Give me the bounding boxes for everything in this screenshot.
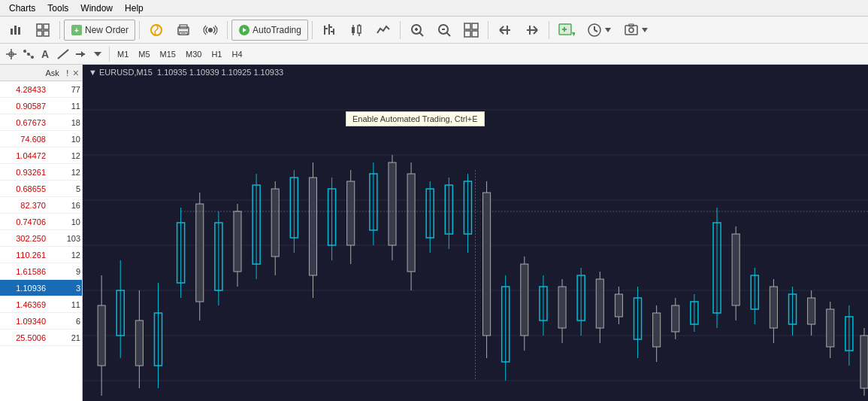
nav-right-icon (525, 23, 540, 38)
toolbar-sep-3 (227, 21, 228, 39)
watchlist-row[interactable]: 0.6767318 (0, 114, 82, 131)
svg-rect-96 (234, 211, 241, 272)
menu-charts[interactable]: Charts (3, 2, 41, 15)
screenshot-btn[interactable] (618, 20, 654, 41)
line-chart-btn[interactable] (370, 20, 396, 41)
watchlist-spread: 11 (59, 102, 82, 111)
add-indicator-btn[interactable]: ▼ (553, 20, 580, 41)
watchlist-spread: 5 (59, 184, 82, 193)
toolbar-sep-5 (400, 21, 401, 39)
watchlist-price: 1.46369 (0, 300, 49, 309)
candle-btn[interactable] (343, 20, 369, 41)
watchlist-row[interactable]: 1.093406 (0, 313, 82, 330)
new-order-icon: + (71, 24, 83, 36)
tf-sep-1 (109, 47, 110, 62)
icon-btn-5[interactable] (198, 20, 223, 41)
watchlist-row[interactable]: 25.500621 (0, 330, 82, 346)
watchlist-spread: 21 (59, 333, 82, 342)
text-tool-btn[interactable]: A (38, 46, 54, 62)
tf-h1-btn[interactable]: H1 (207, 47, 226, 61)
watchlist-row[interactable]: 82.37016 (0, 197, 82, 214)
add-indicator-icon: ▼ (558, 23, 575, 38)
zoom-in-icon (410, 23, 425, 38)
watchlist-row[interactable]: 0.9326112 (0, 164, 82, 181)
tf-m15-btn[interactable]: M15 (156, 47, 180, 61)
watchlist-row[interactable]: 0.9058711 (0, 98, 82, 114)
chart-area[interactable]: ▼ EURUSD,M15 1.10935 1.10939 1.10925 1.1… (83, 65, 868, 401)
new-order-button[interactable]: + New Order (64, 20, 135, 41)
menu-window[interactable]: Window (74, 2, 119, 15)
text-tool-icon: A (39, 47, 53, 61)
watchlist-row[interactable]: 4.2843377 (0, 81, 82, 98)
svg-rect-112 (389, 163, 396, 245)
svg-rect-128 (521, 264, 528, 336)
watchlist-row[interactable]: 0.686555 (0, 181, 82, 197)
watchlist-row[interactable]: 302.250103 (0, 230, 82, 247)
svg-rect-114 (407, 174, 415, 272)
small-icon-btn-2[interactable] (30, 20, 56, 41)
svg-rect-138 (615, 294, 622, 317)
svg-text:A: A (41, 48, 49, 60)
svg-rect-144 (672, 305, 679, 332)
zoom-in-btn[interactable] (404, 20, 430, 41)
svg-point-58 (629, 28, 634, 32)
menu-tools[interactable]: Tools (41, 2, 74, 15)
clock-dropdown-icon (604, 26, 612, 34)
tf-h4-btn[interactable]: H4 (227, 47, 246, 61)
svg-rect-136 (596, 279, 603, 328)
tf-m30-btn[interactable]: M30 (181, 47, 206, 61)
trendline-tool-btn[interactable] (55, 46, 71, 62)
svg-rect-82 (98, 305, 105, 366)
watchlist-row[interactable]: 1.4636911 (0, 296, 82, 313)
svg-rect-124 (483, 193, 491, 336)
menu-help[interactable]: Help (119, 2, 150, 15)
autotrading-label: AutoTrading (253, 25, 301, 35)
watchlist-excl-header: ! (62, 68, 73, 77)
toolbar-sep-6 (488, 21, 488, 39)
chart-symbol: ▼ (89, 68, 99, 77)
zoom-out-btn[interactable] (431, 20, 457, 41)
clock-btn[interactable] (582, 20, 617, 41)
svg-rect-5 (37, 31, 42, 36)
svg-rect-160 (827, 309, 834, 347)
watchlist-row[interactable]: 74.60810 (0, 131, 82, 147)
chart-type-icon-btn[interactable] (3, 20, 29, 41)
watchlist-price: 82.370 (0, 201, 49, 210)
watchlist-spread: 16 (59, 201, 82, 210)
svg-text:+: + (74, 26, 79, 35)
nav-left-btn[interactable] (492, 20, 518, 41)
bar-chart-btn[interactable] (316, 20, 342, 41)
icon-btn-4[interactable] (171, 20, 196, 41)
svg-point-14 (208, 28, 213, 32)
watchlist-row[interactable]: 1.0447212 (0, 147, 82, 164)
menu-bar: Charts Tools Window Help (0, 0, 868, 17)
icon-btn-3[interactable] (144, 20, 169, 41)
tf-m1-btn[interactable]: M1 (113, 47, 133, 61)
toolbar-sep-1 (59, 21, 60, 39)
svg-marker-60 (642, 28, 648, 32)
toolbar-sep-4 (312, 21, 313, 39)
toolbar-sep-2 (139, 21, 140, 39)
tf-m5-btn[interactable]: M5 (134, 47, 154, 61)
watchlist-close-btn[interactable]: × (73, 67, 79, 79)
watchlist-row[interactable]: 0.7470610 (0, 214, 82, 230)
autotrading-button[interactable]: AutoTrading (231, 20, 308, 41)
arrow-tool-btn[interactable] (72, 46, 89, 62)
dot-tool-btn[interactable] (20, 46, 37, 62)
svg-rect-100 (271, 189, 279, 257)
nav-right-btn[interactable] (519, 20, 545, 41)
watchlist-row[interactable]: 1.109363 (0, 280, 82, 296)
watchlist-row[interactable]: 110.26112 (0, 247, 82, 263)
watchlist-spread: 12 (59, 251, 82, 260)
crosshair-tool-btn[interactable] (3, 46, 20, 62)
watchlist-row[interactable]: 1.615869 (0, 263, 82, 280)
watchlist-price: 0.67673 (0, 118, 49, 127)
arrow-tool-icon (74, 47, 87, 61)
dropdown-tool-btn[interactable] (89, 46, 106, 62)
svg-rect-92 (196, 204, 204, 302)
svg-line-55 (594, 30, 597, 32)
tile-btn[interactable] (458, 20, 484, 41)
watchlist-price: 0.74706 (0, 217, 49, 226)
tooltip-text: Enable Automated Trading, Ctrl+E (352, 114, 478, 123)
clock-icon (587, 23, 602, 38)
